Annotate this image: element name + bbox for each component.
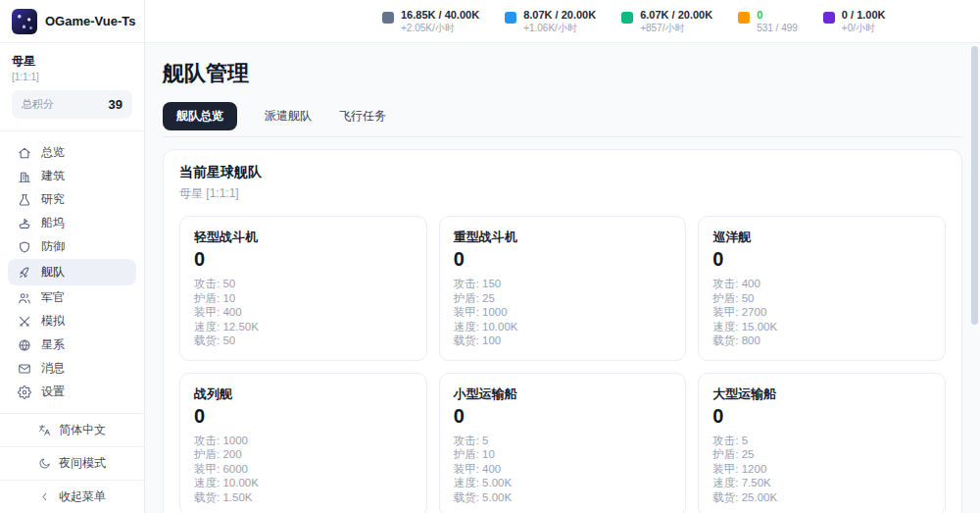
globe-icon <box>18 338 31 352</box>
ship-stat-速度: 速度: 10.00K <box>454 320 672 334</box>
ship-grid: 轻型战斗机0攻击: 50护盾: 10装甲: 400速度: 12.50K载货: 5… <box>179 216 946 513</box>
shield-icon <box>18 240 31 254</box>
ship-stat-速度: 速度: 5.00K <box>454 476 672 490</box>
ship-count: 0 <box>454 248 672 271</box>
ship-stat-装甲: 装甲: 2700 <box>712 305 931 320</box>
sidebar-footer: 简体中文夜间模式收起菜单 <box>0 413 144 513</box>
resource-metal-text: 16.85K / 40.00K+2.05K/小时 <box>401 9 479 34</box>
resource-value: 16.85K / 40.00K <box>401 9 479 22</box>
moon-icon <box>38 457 51 470</box>
ship-name: 大型运输船 <box>712 385 931 403</box>
rocket-icon <box>18 266 31 280</box>
ship-stats: 攻击: 50护盾: 10装甲: 400速度: 12.50K载货: 50 <box>194 277 413 348</box>
ship-card: 战列舰0攻击: 1000护盾: 200装甲: 6000速度: 10.00K载货:… <box>179 373 427 513</box>
app-header: OGame-Vue-Ts <box>0 0 144 43</box>
sidebar-item-overview[interactable]: 总览 <box>8 141 136 164</box>
ship-name: 轻型战斗机 <box>194 229 413 246</box>
sidebar-item-fleet[interactable]: 舰队 <box>8 259 136 285</box>
sidebar-item-label: 总览 <box>41 144 65 161</box>
ship-stat-装甲: 装甲: 1200 <box>712 462 931 477</box>
resource-crystal-text: 8.07K / 20.00K+1.06K/小时 <box>523 9 596 34</box>
ship-name: 重型战斗机 <box>454 229 672 246</box>
ship-name: 战列舰 <box>194 385 413 403</box>
main-area: 16.85K / 40.00K+2.05K/小时8.07K / 20.00K+1… <box>145 0 980 513</box>
dark-matter-icon <box>823 12 835 24</box>
score-label: 总积分 <box>22 97 54 112</box>
sidebar-item-label: 建筑 <box>41 168 65 184</box>
ship-card: 巡洋舰0攻击: 400护盾: 50装甲: 2700速度: 15.00K载货: 8… <box>698 216 946 361</box>
tab-fleet-overview[interactable]: 舰队总览 <box>163 102 237 130</box>
resource-value: 8.07K / 20.00K <box>523 9 596 22</box>
ship-stat-速度: 速度: 10.00K <box>194 476 413 490</box>
translate-icon <box>38 424 51 436</box>
ship-card: 轻型战斗机0攻击: 50护盾: 10装甲: 400速度: 12.50K载货: 5… <box>179 216 427 361</box>
ship-stats: 攻击: 5护盾: 25装甲: 1200速度: 7.50K载货: 25.00K <box>712 434 931 505</box>
sidebar-item-officers[interactable]: 军官 <box>8 286 136 309</box>
users-icon <box>18 291 31 305</box>
resource-sub: +857/小时 <box>640 23 712 34</box>
sidebar-item-label: 军官 <box>41 289 65 306</box>
resource-deuterium: 6.07K / 20.00K+857/小时 <box>621 9 712 34</box>
panel-subtitle: 母星 [1:1:1] <box>179 185 946 202</box>
ship-stat-护盾: 护盾: 50 <box>712 291 931 306</box>
panel-title: 当前星球舰队 <box>179 164 946 181</box>
tab-flight-missions[interactable]: 飞行任务 <box>339 103 386 129</box>
page-content: 舰队管理 舰队总览派遣舰队飞行任务 当前星球舰队 母星 [1:1:1] 轻型战斗… <box>145 43 980 513</box>
tab-dispatch-fleet[interactable]: 派遣舰队 <box>265 103 312 129</box>
ship-name: 小型运输船 <box>454 385 672 403</box>
sidebar: OGame-Vue-Ts 母星 [1:1:1] 总积分 39 总览建筑研究船坞防… <box>0 0 145 513</box>
collapse-label: 收起菜单 <box>59 488 106 505</box>
ship-stat-载货: 载货: 800 <box>712 333 931 348</box>
score-box: 总积分 39 <box>12 90 132 119</box>
resource-bar: 16.85K / 40.00K+2.05K/小时8.07K / 20.00K+1… <box>145 0 980 43</box>
ship-stat-攻击: 攻击: 5 <box>454 434 672 448</box>
resource-crystal: 8.07K / 20.00K+1.06K/小时 <box>505 9 596 34</box>
language-button[interactable]: 简体中文 <box>0 413 144 446</box>
ship-stat-载货: 载货: 5.00K <box>454 490 672 505</box>
app-root: OGame-Vue-Ts 母星 [1:1:1] 总积分 39 总览建筑研究船坞防… <box>0 0 980 513</box>
ship-stat-速度: 速度: 15.00K <box>712 320 931 334</box>
planet-info: 母星 [1:1:1] 总积分 39 <box>0 43 144 131</box>
sidebar-item-settings[interactable]: 设置 <box>8 381 136 403</box>
flask-icon <box>18 193 31 207</box>
ship-stat-护盾: 护盾: 25 <box>454 291 672 306</box>
ship-card: 小型运输船0攻击: 5护盾: 10装甲: 400速度: 5.00K载货: 5.0… <box>439 373 687 513</box>
resource-dark-matter-text: 0 / 1.00K+0/小时 <box>842 9 886 34</box>
night-mode-label: 夜间模式 <box>59 455 106 472</box>
ship-stat-装甲: 装甲: 1000 <box>454 305 672 320</box>
deuterium-icon <box>621 12 633 24</box>
resource-sub: +2.05K/小时 <box>401 23 479 34</box>
energy-icon <box>738 12 750 24</box>
resource-sub: +0/小时 <box>842 23 886 34</box>
sidebar-item-buildings[interactable]: 建筑 <box>8 165 136 187</box>
ship-stat-攻击: 攻击: 150 <box>454 277 672 291</box>
sidebar-item-galaxy[interactable]: 星系 <box>8 333 136 356</box>
resource-dark-matter: 0 / 1.00K+0/小时 <box>823 9 886 34</box>
night-mode-button[interactable]: 夜间模式 <box>0 446 144 480</box>
sidebar-item-label: 星系 <box>41 336 65 353</box>
sidebar-item-research[interactable]: 研究 <box>8 188 136 211</box>
sidebar-item-label: 防御 <box>41 238 65 255</box>
app-title: OGame-Vue-Ts <box>45 14 135 28</box>
scrollbar[interactable] <box>971 46 978 325</box>
sidebar-item-shipyard[interactable]: 船坞 <box>8 212 136 234</box>
resource-energy-text: 0531 / 499 <box>757 9 798 34</box>
ship-count: 0 <box>454 405 672 428</box>
sidebar-item-defense[interactable]: 防御 <box>8 235 136 258</box>
ship-stat-护盾: 护盾: 25 <box>712 447 931 462</box>
ship-stat-装甲: 装甲: 400 <box>454 462 672 477</box>
resource-deuterium-text: 6.07K / 20.00K+857/小时 <box>640 9 712 34</box>
swords-icon <box>18 315 31 329</box>
collapse-button[interactable]: 收起菜单 <box>0 480 144 513</box>
ship-count: 0 <box>712 248 931 271</box>
ship-stat-载货: 载货: 25.00K <box>712 490 931 505</box>
ship-count: 0 <box>712 405 931 428</box>
sidebar-item-simulator[interactable]: 模拟 <box>8 310 136 333</box>
score-value: 39 <box>109 97 122 112</box>
home-icon <box>18 146 31 160</box>
ship-name: 巡洋舰 <box>712 229 931 246</box>
ship-stat-载货: 载货: 1.50K <box>194 490 413 505</box>
ship-stat-载货: 载货: 50 <box>194 333 413 348</box>
sidebar-item-messages[interactable]: 消息 <box>8 357 136 380</box>
crystal-icon <box>505 12 516 24</box>
